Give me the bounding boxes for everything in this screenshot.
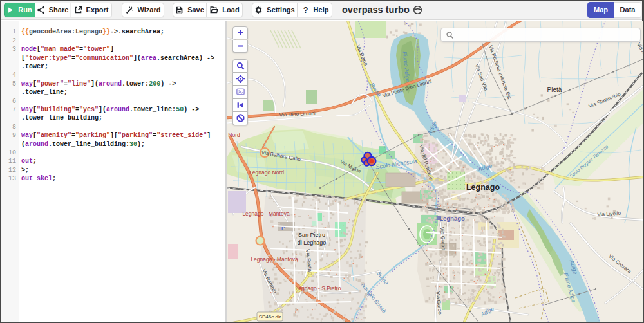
svg-text:SP46c dir: SP46c dir [259, 314, 281, 320]
svg-text:Legnago - Mantova: Legnago - Mantova [242, 210, 290, 217]
svg-text:?: ? [303, 6, 308, 14]
svg-text:o Nord: o Nord [227, 132, 240, 138]
svg-text:San Pietro: San Pietro [298, 232, 325, 238]
svg-text:Legnago - Mantova: Legnago - Mantova [251, 256, 298, 263]
svg-text:Legnago Nord: Legnago Nord [249, 169, 284, 176]
svg-text:Pietà: Pietà [547, 86, 562, 93]
svg-text:Legnago - S.Pietro: Legnago - S.Pietro [296, 285, 341, 291]
svg-text:Legnago: Legnago [439, 215, 465, 222]
svg-text:Legnago: Legnago [466, 183, 500, 192]
svg-text:di Legnago: di Legnago [298, 239, 327, 246]
